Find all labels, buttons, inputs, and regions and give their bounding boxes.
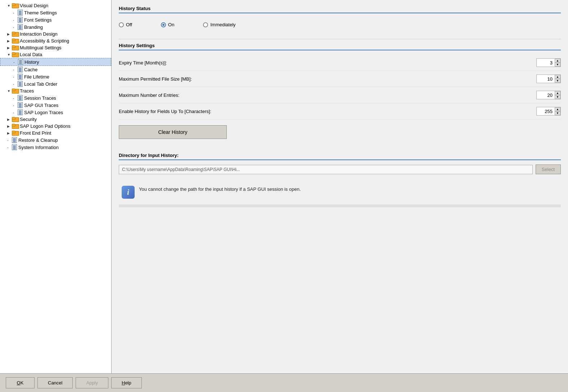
max-file-increment-btn[interactable]: ▲	[555, 75, 560, 79]
doc-icon-system-information	[12, 144, 17, 150]
radio-option-immediately[interactable]: Immediately	[203, 22, 235, 27]
doc-icon-cache	[18, 67, 23, 72]
doc-icon-session-traces	[18, 95, 23, 101]
enable-history-label: Enable History for Fields Up To [Charact…	[119, 109, 536, 114]
history-status-header: History Status	[119, 6, 561, 13]
sidebar-item-session-traces[interactable]: · Session Traces	[0, 94, 111, 102]
chevron-security: ▶	[7, 118, 11, 121]
enable-history-spinner[interactable]: ▲ ▼	[536, 107, 561, 116]
radio-on-circle[interactable]	[161, 22, 166, 27]
max-file-decrement-btn[interactable]: ▼	[555, 79, 560, 83]
directory-section: Directory for Input History: C:\Users\My…	[119, 153, 561, 174]
sidebar-item-local-tab-order[interactable]: · Local Tab Order	[0, 80, 111, 87]
sidebar-item-sap-logon-traces[interactable]: · SAP Logon Traces	[0, 109, 111, 116]
max-file-input[interactable]	[537, 76, 555, 82]
ok-label: OK	[17, 380, 24, 386]
folder-icon-sap-logon-pad	[12, 124, 18, 129]
clear-history-button[interactable]: Clear History	[119, 125, 227, 139]
sidebar-item-branding[interactable]: · Branding	[0, 23, 111, 31]
sidebar-item-accessibility[interactable]: ▶ Accessibility & Scripting	[0, 37, 111, 44]
sidebar-label-sap-logon-pad: SAP Logon Pad Options	[20, 123, 71, 129]
scrollbar[interactable]	[119, 204, 561, 207]
cancel-button[interactable]: Cancel	[37, 377, 73, 388]
expiry-time-spinner[interactable]: ▲ ▼	[536, 58, 561, 67]
info-text: You cannot change the path for the input…	[139, 186, 301, 193]
sidebar-label-local-tab-order: Local Tab Order	[24, 81, 57, 87]
doc-icon-local-tab-order	[18, 81, 23, 87]
cancel-label: Cancel	[48, 380, 62, 386]
folder-icon-interaction-design	[12, 32, 18, 37]
enable-history-increment-btn[interactable]: ▲	[555, 107, 560, 111]
sidebar-label-branding: Branding	[24, 24, 43, 30]
sidebar: ▼ Visual Design · Theme Settings · Font …	[0, 0, 112, 373]
folder-icon-security	[12, 117, 18, 122]
ok-button[interactable]: OK	[6, 377, 35, 388]
sidebar-label-file-lifetime: File Lifetime	[24, 74, 49, 80]
doc-icon-font-settings	[18, 17, 23, 23]
sidebar-item-history[interactable]: · History	[0, 58, 111, 66]
chevron-visual-design: ▼	[7, 4, 11, 8]
sidebar-item-visual-design[interactable]: ▼ Visual Design	[0, 2, 111, 9]
max-entries-increment-btn[interactable]: ▲	[555, 91, 560, 95]
expiry-decrement-btn[interactable]: ▼	[555, 63, 560, 67]
folder-icon-front-end-print	[12, 131, 18, 136]
sidebar-item-multilingual[interactable]: ▶ Multilingual Settings	[0, 44, 111, 51]
chevron-local-data: ▼	[7, 53, 11, 57]
radio-option-off[interactable]: Off	[119, 22, 132, 27]
sidebar-item-cache[interactable]: · Cache	[0, 66, 111, 73]
sidebar-label-sap-logon-traces: SAP Logon Traces	[24, 110, 63, 115]
radio-off-circle[interactable]	[119, 22, 124, 27]
sidebar-label-multilingual: Multilingual Settings	[20, 45, 62, 50]
sidebar-item-front-end-print[interactable]: ▶ Front End Print	[0, 130, 111, 136]
info-box: i You cannot change the path for the inp…	[119, 183, 561, 202]
content-area: History Status Off On Immediately Histor…	[112, 0, 568, 373]
max-entries-decrement-btn[interactable]: ▼	[555, 95, 560, 99]
expiry-increment-btn[interactable]: ▲	[555, 59, 560, 63]
apply-label: Apply	[86, 380, 98, 386]
radio-immediately-label: Immediately	[210, 22, 235, 27]
doc-icon-file-lifetime	[18, 74, 23, 80]
doc-icon-theme-settings	[18, 10, 23, 15]
radio-option-on[interactable]: On	[161, 22, 174, 27]
apply-button[interactable]: Apply	[76, 377, 108, 388]
folder-icon-local-data	[12, 52, 18, 57]
sidebar-label-security: Security	[20, 117, 37, 122]
chevron-accessibility: ▶	[7, 39, 11, 43]
folder-icon-visual-design	[12, 3, 18, 8]
sidebar-item-security[interactable]: ▶ Security	[0, 116, 111, 123]
sidebar-label-sap-gui-traces: SAP GUI Traces	[24, 103, 58, 108]
expiry-time-input[interactable]	[537, 59, 555, 66]
doc-icon-sap-gui-traces	[18, 102, 23, 108]
folder-icon-accessibility	[12, 39, 18, 44]
enable-history-decrement-btn[interactable]: ▼	[555, 111, 560, 115]
help-button[interactable]: Help	[111, 377, 142, 388]
sidebar-item-sap-logon-pad[interactable]: ▶ SAP Logon Pad Options	[0, 123, 111, 130]
sidebar-label-history: History	[24, 59, 39, 65]
max-entries-input[interactable]	[537, 92, 555, 99]
enable-history-spinner-buttons: ▲ ▼	[555, 107, 560, 115]
sidebar-item-restore-cleanup[interactable]: · Restore & Cleanup	[0, 136, 111, 144]
enable-history-input[interactable]	[537, 108, 555, 115]
select-button[interactable]: Select	[536, 165, 561, 174]
sidebar-item-theme-settings[interactable]: · Theme Settings	[0, 9, 111, 16]
sidebar-item-interaction-design[interactable]: ▶ Interaction Design	[0, 31, 111, 37]
sidebar-item-traces[interactable]: ▼ Traces	[0, 87, 111, 94]
max-file-spinner-buttons: ▲ ▼	[555, 75, 560, 83]
sidebar-item-font-settings[interactable]: · Font Settings	[0, 16, 111, 23]
sidebar-item-sap-gui-traces[interactable]: · SAP GUI Traces	[0, 102, 111, 109]
sidebar-item-file-lifetime[interactable]: · File Lifetime	[0, 73, 111, 80]
sidebar-label-font-settings: Font Settings	[24, 17, 52, 23]
expiry-spinner-buttons: ▲ ▼	[555, 59, 560, 67]
sidebar-label-theme-settings: Theme Settings	[24, 10, 57, 15]
radio-group-history-status: Off On Immediately	[119, 18, 561, 33]
directory-row: C:\Users\My username\AppData\Roaming\SAP…	[119, 165, 561, 174]
max-file-label: Maximum Permitted File Size [MB]:	[119, 76, 536, 82]
sidebar-item-system-information[interactable]: · System Information	[0, 144, 111, 151]
radio-immediately-circle[interactable]	[203, 22, 208, 27]
sidebar-label-system-information: System Information	[18, 145, 59, 150]
max-file-spinner[interactable]: ▲ ▼	[536, 75, 561, 83]
sidebar-item-local-data[interactable]: ▼ Local Data	[0, 51, 111, 58]
max-entries-spinner[interactable]: ▲ ▼	[536, 91, 561, 99]
history-status-section: History Status Off On Immediately	[119, 6, 561, 33]
doc-icon-history	[18, 59, 23, 65]
